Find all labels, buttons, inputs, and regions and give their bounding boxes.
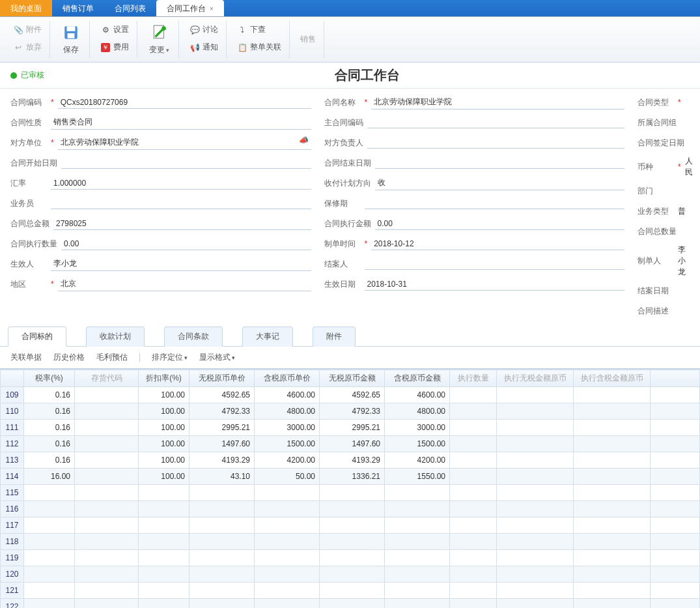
- drilldown-button[interactable]: ⤵下查: [233, 22, 285, 37]
- label-code: 合同编码: [10, 97, 47, 108]
- tab-contract-list[interactable]: 合同列表: [104, 0, 156, 16]
- field-plan-dir[interactable]: 收: [375, 176, 625, 190]
- label-total-qty: 合同总数量: [637, 226, 677, 237]
- field-party[interactable]: 北京劳动保障职业学院📣: [58, 136, 311, 150]
- col-tax-price[interactable]: 含税原币单价: [255, 370, 320, 387]
- discard-icon: ↩: [13, 42, 23, 53]
- col-discount[interactable]: 折扣率(%): [139, 370, 189, 387]
- tab-contract-workbench[interactable]: 合同工作台×: [156, 0, 224, 16]
- label-start: 合同开始日期: [10, 158, 57, 169]
- field-sales[interactable]: [51, 197, 311, 209]
- label-nature: 合同性质: [10, 117, 47, 128]
- field-name[interactable]: 北京劳动保障职业学院: [371, 95, 624, 109]
- field-make-time[interactable]: 2018-10-12: [371, 238, 624, 250]
- label-desc: 合同描述: [637, 306, 674, 317]
- table-row[interactable]: 120: [1, 566, 700, 583]
- btn-history[interactable]: 历史价格: [53, 352, 85, 363]
- label-type: 合同类型: [637, 97, 674, 108]
- svg-point-4: [161, 26, 166, 31]
- sell-button[interactable]: 销售: [296, 32, 320, 47]
- label-currency: 币种: [637, 162, 674, 173]
- btn-related[interactable]: 关联单据: [10, 352, 42, 363]
- table-row[interactable]: 1100.16100.004792.334800.004792.334800.0…: [1, 403, 700, 420]
- field-end[interactable]: [375, 157, 625, 169]
- save-button[interactable]: 保存: [57, 21, 85, 58]
- field-closer[interactable]: [365, 258, 625, 270]
- table-row[interactable]: 1090.16100.004592.654600.004592.654600.0…: [1, 387, 700, 403]
- notify-button[interactable]: 📢通知: [186, 40, 222, 55]
- field-warranty[interactable]: [365, 197, 625, 209]
- table-row[interactable]: 116: [1, 501, 700, 517]
- table-row[interactable]: 122: [1, 599, 700, 609]
- field-nature[interactable]: 销售类合同: [51, 115, 311, 130]
- table-row[interactable]: 119: [1, 550, 700, 566]
- field-region[interactable]: 北京: [58, 277, 311, 291]
- subtab-items[interactable]: 合同标的: [8, 326, 66, 347]
- field-start[interactable]: [61, 157, 311, 169]
- subtab-events[interactable]: 大事记: [242, 326, 293, 347]
- col-notax-price[interactable]: 无税原币单价: [189, 370, 255, 387]
- field-effector[interactable]: 李小龙: [51, 257, 311, 271]
- attachment-button[interactable]: 📎附件: [9, 22, 46, 37]
- status-text: 已审核: [21, 70, 44, 81]
- svg-rect-1: [67, 26, 76, 31]
- label-warranty: 保修期: [324, 198, 361, 209]
- table-row[interactable]: 1130.16100.004193.294200.004193.294200.0…: [1, 452, 700, 469]
- field-main-code[interactable]: [367, 117, 625, 128]
- btn-profit[interactable]: 毛利预估: [96, 352, 128, 363]
- field-total[interactable]: 2798025: [53, 218, 311, 230]
- table-row[interactable]: 11416.00100.0043.1050.001336.211550.00: [1, 469, 700, 485]
- label-group: 所属合同组: [637, 117, 677, 128]
- speaker-icon[interactable]: 📣: [299, 136, 309, 145]
- cost-button[interactable]: ￥费用: [96, 40, 133, 55]
- label-eff-date: 生效日期: [324, 279, 361, 290]
- field-resp[interactable]: [367, 137, 625, 149]
- table-row[interactable]: 121: [1, 583, 700, 599]
- link-doc-button[interactable]: 📋整单关联: [233, 40, 285, 55]
- field-eff-date[interactable]: 2018-10-31: [365, 278, 625, 291]
- close-icon[interactable]: ×: [210, 5, 214, 12]
- change-button[interactable]: 变更▾: [144, 21, 175, 58]
- discard-button[interactable]: ↩放弃: [9, 40, 46, 55]
- tab-sales-order[interactable]: 销售订单: [52, 0, 104, 16]
- col-tax-rate[interactable]: 税率(%): [24, 370, 75, 387]
- separator: [139, 353, 140, 362]
- col-exec-tax[interactable]: 执行含税金额原币: [574, 370, 651, 387]
- col-notax-amt[interactable]: 无税原币金额: [320, 370, 385, 387]
- table-row[interactable]: 1120.16100.001497.601500.001497.601500.0…: [1, 436, 700, 452]
- discuss-button[interactable]: 💬讨论: [186, 22, 222, 37]
- tab-desktop[interactable]: 我的桌面: [0, 0, 52, 16]
- link-icon: 📋: [237, 42, 247, 53]
- settings-button[interactable]: ⚙设置: [96, 22, 133, 37]
- table-row[interactable]: 118: [1, 534, 700, 550]
- table-row[interactable]: 1110.16100.002995.213000.002995.213000.0…: [1, 420, 700, 436]
- status-dot-icon: [10, 72, 17, 79]
- btn-display[interactable]: 显示格式▾: [199, 352, 235, 363]
- field-exec-amt[interactable]: 0.00: [375, 218, 625, 230]
- label-close-date: 结案日期: [637, 285, 674, 297]
- subtab-payment[interactable]: 收款计划: [86, 326, 145, 347]
- main-tabs: 我的桌面 销售订单 合同列表 合同工作台×: [0, 0, 700, 17]
- sub-tabs: 合同标的 收款计划 合同条款 大事记 附件: [0, 326, 700, 347]
- label-rate: 汇率: [10, 178, 47, 189]
- field-rate[interactable]: 1.000000: [51, 177, 311, 190]
- col-exec-notax[interactable]: 执行无税金额原币: [497, 370, 574, 387]
- table-row[interactable]: 115: [1, 485, 700, 501]
- field-maker: 李小龙: [678, 244, 690, 278]
- data-grid[interactable]: 税率(%) 存货代码 折扣率(%) 无税原币单价 含税原币单价 无税原币金额 含…: [0, 369, 700, 608]
- col-inv-code[interactable]: 存货代码: [75, 370, 139, 387]
- col-exec-qty[interactable]: 执行数量: [450, 370, 497, 387]
- col-rownum[interactable]: [1, 370, 24, 387]
- col-tax-amt[interactable]: 含税原币金额: [385, 370, 450, 387]
- subtab-terms[interactable]: 合同条款: [164, 326, 223, 347]
- field-exec-qty[interactable]: 0.00: [61, 238, 311, 250]
- subtab-attach[interactable]: 附件: [313, 326, 356, 347]
- btn-sort[interactable]: 排序定位▾: [152, 352, 188, 363]
- col-extra[interactable]: [651, 370, 700, 387]
- chat-icon: 💬: [189, 25, 200, 35]
- status-bar: 已审核 合同工作台: [0, 63, 700, 89]
- table-row[interactable]: 117: [1, 517, 700, 534]
- field-code[interactable]: QCxs20180727069: [58, 96, 311, 109]
- grid-header: 税率(%) 存货代码 折扣率(%) 无税原币单价 含税原币单价 无税原币金额 含…: [1, 370, 700, 387]
- label-effector: 生效人: [10, 259, 47, 270]
